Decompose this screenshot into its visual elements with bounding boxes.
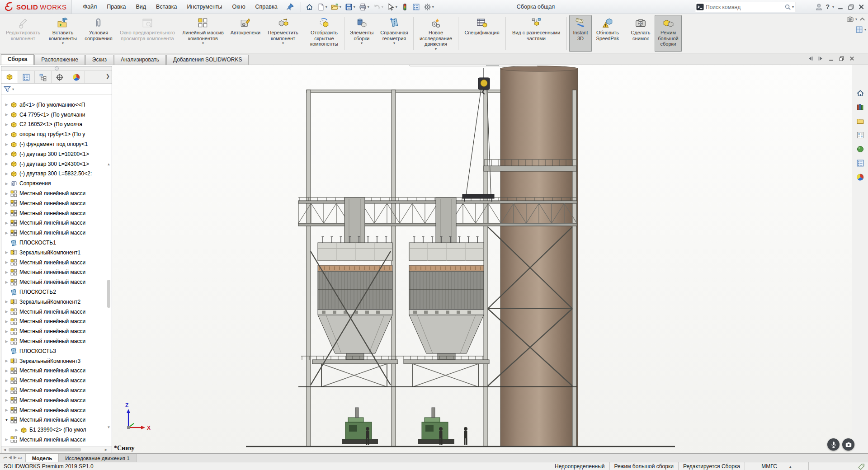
tree-item[interactable]: ▶ (-) двутавр 300 L=10200<1>: [1, 149, 106, 159]
propertymanager-tab[interactable]: [18, 71, 35, 83]
pin-menu-icon[interactable]: [286, 3, 294, 11]
menu-item[interactable]: Вставка: [151, 0, 182, 14]
dropdown-caret-icon[interactable]: ▾: [354, 5, 355, 9]
ribbon-component-preview-window-button[interactable]: Окно предварительногопросмотра компонент…: [116, 15, 179, 52]
tree-item[interactable]: ▼ Местный линейный масси: [1, 415, 106, 425]
ribbon-take-snapshot-button[interactable]: Сделатьснимок: [627, 15, 654, 52]
search-dropdown-icon[interactable]: ▾: [792, 5, 794, 9]
ribbon-smart-fasteners-button[interactable]: Автокрепежи: [227, 15, 264, 52]
tree-item[interactable]: ▶ Местный линейный масси: [1, 188, 106, 198]
tree-expand-icon[interactable]: ▶: [3, 320, 10, 324]
scroll-down-icon[interactable]: ▼: [107, 425, 111, 429]
command-tab[interactable]: Эскиз: [85, 55, 113, 65]
scroll-left-icon[interactable]: ◄: [3, 447, 7, 452]
tree-expand-icon[interactable]: ▶: [3, 329, 10, 334]
print-button[interactable]: ▾: [357, 2, 371, 12]
custom-properties-tab[interactable]: [855, 158, 866, 168]
ribbon-move-component-button[interactable]: Переместитькомпонент ▾: [264, 15, 302, 52]
camera-button[interactable]: [842, 438, 854, 451]
tree-item[interactable]: ▶ Местный линейный масси: [1, 268, 106, 277]
document-tab[interactable]: Исследование движения 1: [59, 454, 136, 462]
menu-item[interactable]: Справка: [250, 0, 283, 14]
ribbon-mate-button[interactable]: Условиясопряжения: [82, 15, 115, 52]
help-button[interactable]: ?: [826, 3, 830, 10]
search-input[interactable]: [704, 4, 784, 10]
scroll-right-icon[interactable]: ►: [104, 447, 108, 452]
scrollbar-thumb[interactable]: [9, 448, 81, 451]
screen-capture-icon[interactable]: [846, 15, 854, 23]
tree-expand-icon[interactable]: ▶: [3, 142, 10, 146]
filter-funnel-icon[interactable]: [3, 85, 11, 93]
restore-button[interactable]: [847, 3, 855, 11]
tree-expand-icon[interactable]: ▶: [3, 211, 10, 215]
tree-item[interactable]: ▶ Сопряжения: [1, 179, 106, 188]
tree-item[interactable]: ▶ Местный линейный масси: [1, 258, 106, 268]
dropdown-caret-icon[interactable]: ▾: [62, 41, 64, 45]
ribbon-assembly-features-button[interactable]: Элементысборки ▾: [347, 15, 377, 52]
microphone-button[interactable]: [827, 438, 840, 451]
ribbon-insert-components-button[interactable]: Вставитькомпоненты ▾: [45, 15, 81, 52]
menu-item[interactable]: Вид: [131, 0, 151, 14]
tree-expand-icon[interactable]: ▶: [3, 192, 10, 196]
tree-item[interactable]: ▶ Местный линейный масси: [1, 405, 106, 415]
tree-expand-icon[interactable]: ▶: [3, 221, 10, 225]
tree-expand-icon[interactable]: ▶: [3, 270, 10, 274]
tree-expand-icon[interactable]: ▶: [3, 408, 10, 412]
tree-item[interactable]: ▶ Местный линейный масси: [1, 376, 106, 385]
search-magnifier-icon[interactable]: [784, 4, 791, 10]
menu-item[interactable]: Инструменты: [182, 0, 227, 14]
ribbon-instant-3d-button[interactable]: Instant3D: [569, 15, 592, 52]
tree-item[interactable]: ПЛОСКОСТЬ1: [1, 238, 106, 248]
dropdown-caret-icon[interactable]: ▾: [396, 5, 397, 9]
rebuild-button[interactable]: [399, 2, 410, 12]
tree-item[interactable]: ▶ Местный линейный масси: [1, 395, 106, 405]
dropdown-caret-icon[interactable]: ▾: [435, 47, 437, 51]
tree-item[interactable]: ▶ ЗеркальныйКомпонент3: [1, 356, 106, 366]
tree-horizontal-scrollbar[interactable]: ◄ ►: [1, 446, 112, 453]
open-button[interactable]: ▾: [329, 2, 343, 12]
win-next-icon[interactable]: [817, 55, 824, 62]
appearances-scenes-tab[interactable]: [855, 144, 866, 154]
graphics-area[interactable]: [0, 65, 852, 453]
tree-expand-icon[interactable]: ▶: [3, 122, 10, 127]
tree-item[interactable]: ▶ Местный линейный масси: [1, 228, 106, 238]
configurationmanager-tab[interactable]: [35, 71, 52, 83]
tree-item[interactable]: ▶ Местный линейный масси: [1, 198, 106, 208]
displaymanager-tab[interactable]: [68, 71, 85, 83]
tree-item[interactable]: ▶ Б1 23990<2> (По умол: [1, 425, 112, 435]
tree-expand-icon[interactable]: ▶: [3, 389, 10, 393]
tree-item[interactable]: ▶ Местный линейный масси: [1, 326, 106, 336]
options-grid-dropdown-icon[interactable]: ▾: [864, 28, 866, 32]
tree-expand-icon[interactable]: ▶: [3, 162, 10, 166]
tree-expand-icon[interactable]: ▶: [3, 437, 10, 442]
tree-expand-icon[interactable]: ▶: [3, 152, 10, 156]
tree-item[interactable]: ▶ Местный линейный масси: [1, 208, 106, 218]
tree-item[interactable]: ▶ (-) двутавр 300 L=24300<1>: [1, 159, 106, 169]
tree-expand-icon[interactable]: ▶: [3, 172, 10, 176]
screen-capture-dropdown-icon[interactable]: ▾: [855, 17, 857, 21]
home-button[interactable]: [304, 2, 315, 12]
tab-scroll-buttons[interactable]: ⏮ ◀ ▶ ⏭: [0, 454, 26, 462]
panel-expand-chevron-icon[interactable]: ❯: [106, 73, 110, 79]
tree-expand-icon[interactable]: ▶: [3, 182, 10, 186]
tree-item[interactable]: ▶ (-) двутавр 300 L=5832.50<2:: [1, 169, 106, 179]
command-tab[interactable]: Добавления SOLIDWORKS: [166, 55, 249, 65]
tree-item[interactable]: ▶ (-) фундамент под опору<1: [1, 139, 106, 149]
tree-expand-icon[interactable]: ▶: [3, 379, 10, 383]
status-tag-icon[interactable]: [858, 463, 865, 470]
tree-item[interactable]: ▶ опоры под трубу<1> (По у: [1, 129, 106, 139]
tree-item[interactable]: ▶ ЗеркальныйКомпонент2: [1, 297, 106, 307]
close-button[interactable]: [858, 3, 865, 11]
menu-item[interactable]: Окно: [227, 0, 250, 14]
dropdown-caret-icon[interactable]: ▾: [382, 5, 383, 9]
dimxpert-tab[interactable]: [52, 71, 68, 83]
tree-expand-icon[interactable]: ▶: [3, 369, 10, 373]
tree-expand-icon[interactable]: ▶: [3, 339, 10, 343]
tree-item[interactable]: ▶ аб<1> (По умолчанию<<П: [1, 100, 106, 110]
tree-expand-icon[interactable]: ▶: [3, 280, 10, 284]
win-min-icon[interactable]: [828, 55, 835, 62]
tree-item[interactable]: ▶ Местный линейный масси: [1, 366, 106, 376]
scrollbar-thumb[interactable]: [107, 280, 110, 308]
command-tab[interactable]: Расположение: [34, 55, 85, 65]
featuremanager-tab[interactable]: [1, 71, 18, 83]
